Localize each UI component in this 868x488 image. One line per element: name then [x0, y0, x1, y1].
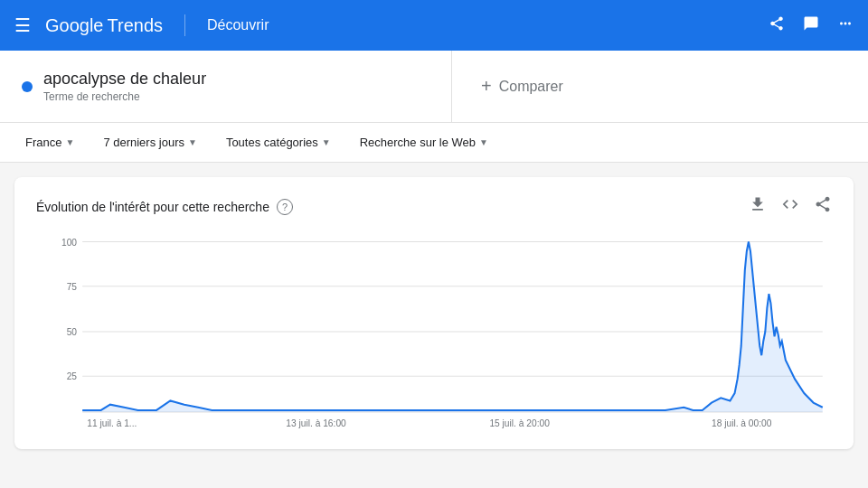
filter-categories-button[interactable]: Toutes catégories ▼	[215, 130, 342, 155]
chart-header: Évolution de l'intérêt pour cette recher…	[36, 195, 832, 218]
chart-help-icon[interactable]: ?	[277, 199, 293, 215]
x-label-4: 18 juil. à 00:00	[712, 418, 772, 428]
svg-text:25: 25	[67, 371, 78, 381]
search-term-type: Terme de recherche	[43, 90, 206, 103]
filter-bar: France ▼ 7 derniers jours ▼ Toutes catég…	[0, 123, 868, 163]
filter-period-button[interactable]: 7 derniers jours ▼	[92, 130, 208, 155]
x-label-3: 15 juil. à 20:00	[489, 418, 550, 428]
chart-title: Évolution de l'intérêt pour cette recher…	[36, 200, 269, 214]
trend-chart-svg: 100 75 50 25 11 juil. à 1... 13 juil. à …	[36, 232, 832, 431]
filter-search-type-label: Recherche sur le Web	[360, 136, 476, 149]
trends-logo-text: Trends	[108, 15, 164, 36]
apps-grid-icon[interactable]	[837, 15, 854, 36]
search-dot-indicator	[22, 81, 33, 92]
google-logo-text: Google	[45, 15, 104, 36]
filter-search-type-button[interactable]: Recherche sur le Web ▼	[349, 130, 499, 155]
chart-actions	[749, 195, 832, 218]
compare-box[interactable]: + Comparer	[452, 51, 592, 122]
x-label-1: 11 juil. à 1...	[87, 418, 137, 428]
search-area: apocalypse de chaleur Terme de recherche…	[0, 51, 868, 123]
feedback-icon[interactable]	[803, 15, 819, 36]
hamburger-menu-icon[interactable]: ☰	[14, 14, 31, 36]
top-header: ☰ Google Trends Découvrir	[0, 0, 868, 51]
filter-categories-chevron: ▼	[322, 137, 331, 147]
search-term-heading: apocalypse de chaleur	[43, 70, 206, 89]
embed-icon[interactable]	[781, 195, 799, 218]
nav-decouvrir-label[interactable]: Découvrir	[207, 17, 269, 33]
filter-categories-label: Toutes catégories	[226, 136, 318, 149]
svg-text:75: 75	[67, 282, 78, 292]
main-content: Évolution de l'intérêt pour cette recher…	[0, 163, 868, 464]
filter-region-button[interactable]: France ▼	[14, 130, 85, 155]
compare-label: Comparer	[499, 79, 563, 95]
share-chart-icon[interactable]	[814, 195, 832, 218]
header-actions	[769, 15, 854, 36]
filter-period-label: 7 derniers jours	[103, 136, 184, 149]
svg-text:100: 100	[61, 238, 77, 248]
compare-plus-icon: +	[481, 76, 492, 97]
filter-search-type-chevron: ▼	[479, 137, 488, 147]
svg-text:50: 50	[67, 327, 78, 337]
x-label-2: 13 juil. à 16:00	[286, 418, 346, 428]
chart-title-area: Évolution de l'intérêt pour cette recher…	[36, 199, 293, 215]
chart-card: Évolution de l'intérêt pour cette recher…	[14, 177, 854, 449]
filter-period-chevron: ▼	[188, 137, 197, 147]
chart-container: 100 75 50 25 11 juil. à 1... 13 juil. à …	[36, 232, 832, 431]
search-term-box: apocalypse de chaleur Terme de recherche	[0, 51, 452, 122]
search-term-text: apocalypse de chaleur Terme de recherche	[43, 70, 206, 103]
share-icon[interactable]	[769, 15, 785, 36]
header-divider	[184, 14, 185, 36]
logo-area: Google Trends	[45, 15, 163, 36]
download-icon[interactable]	[749, 195, 767, 218]
filter-region-label: France	[25, 136, 61, 149]
filter-region-chevron: ▼	[65, 137, 74, 147]
